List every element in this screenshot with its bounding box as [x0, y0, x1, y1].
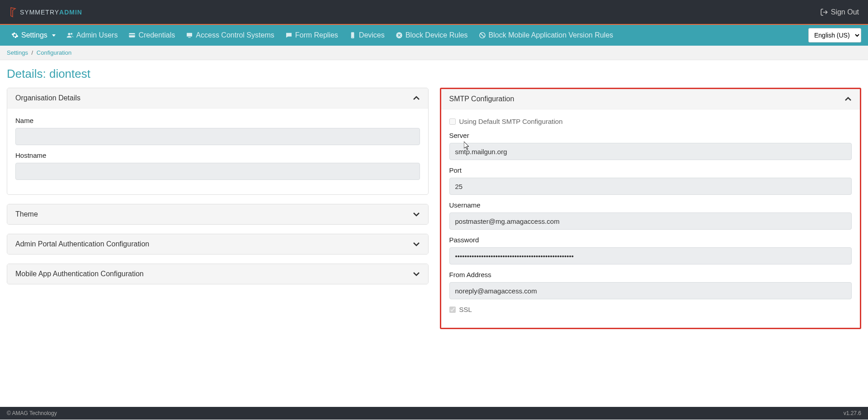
sign-out-label: Sign Out	[831, 8, 859, 16]
nav-block-device-rules[interactable]: Block Device Rules	[391, 27, 472, 44]
language-select[interactable]: English (US)	[808, 28, 861, 42]
label-name: Name	[15, 117, 420, 124]
chevron-down-icon	[413, 242, 420, 246]
columns: Organisation Details Name Hostname	[7, 88, 861, 329]
label-use-default-smtp: Using Default SMTP Configuration	[459, 118, 563, 125]
panel-header-smtp[interactable]: SMTP Configuration	[441, 89, 860, 109]
left-column: Organisation Details Name Hostname	[7, 88, 429, 329]
nav-block-device-rules-label: Block Device Rules	[406, 31, 468, 39]
panel-title-theme: Theme	[15, 210, 38, 218]
nav-form-replies[interactable]: Form Replies	[281, 27, 343, 44]
panel-header-mobile-auth[interactable]: Mobile App Authentication Configuration	[7, 264, 428, 284]
input-hostname[interactable]	[15, 163, 420, 180]
label-ssl: SSL	[459, 306, 472, 313]
logo-text-2: ADMIN	[59, 9, 82, 16]
input-name[interactable]	[15, 128, 420, 145]
checkbox-ssl[interactable]	[449, 307, 456, 313]
panel-title-org: Organisation Details	[15, 94, 80, 102]
gear-icon	[11, 32, 19, 39]
panel-title-smtp: SMTP Configuration	[449, 95, 514, 103]
logo-icon	[9, 7, 18, 18]
nav-settings[interactable]: Settings	[7, 27, 60, 44]
breadcrumb-sep: /	[32, 49, 33, 56]
check-use-default-smtp: Using Default SMTP Configuration	[449, 118, 852, 125]
svg-point-2	[71, 33, 72, 35]
nav-block-mobile-rules-label: Block Mobile Application Version Rules	[489, 31, 613, 39]
chevron-down-icon	[413, 212, 420, 217]
mobile-icon	[349, 32, 356, 39]
nav-admin-users-label: Admin Users	[76, 31, 118, 39]
input-port[interactable]	[449, 178, 852, 195]
users-icon	[66, 32, 74, 39]
nav-settings-label: Settings	[21, 31, 47, 39]
panel-header-organisation-details[interactable]: Organisation Details	[7, 88, 428, 109]
input-username[interactable]	[449, 212, 852, 230]
panel-organisation-details: Organisation Details Name Hostname	[7, 88, 429, 195]
label-from-address: From Address	[449, 271, 852, 278]
chevron-down-icon	[413, 272, 420, 276]
svg-rect-5	[187, 33, 192, 37]
right-column: SMTP Configuration Using Default SMTP Co…	[440, 88, 862, 329]
panel-title-admin-auth: Admin Portal Authentication Configuratio…	[15, 240, 149, 248]
panel-theme: Theme	[7, 204, 429, 225]
chevron-up-icon	[413, 96, 420, 100]
svg-line-11	[480, 33, 484, 37]
check-ssl: SSL	[449, 306, 852, 313]
nav-admin-users[interactable]: Admin Users	[62, 27, 123, 44]
nav-bar: Settings Admin Users Credentials Access …	[0, 25, 868, 46]
chevron-up-icon	[844, 97, 852, 101]
nav-left: Settings Admin Users Credentials Access …	[7, 27, 618, 44]
breadcrumb-current: Configuration	[37, 49, 71, 56]
main-content: Details: diontest Organisation Details N…	[0, 60, 868, 336]
nav-credentials[interactable]: Credentials	[124, 27, 179, 44]
label-username: Username	[449, 201, 852, 209]
ban-icon	[479, 32, 486, 39]
panel-admin-auth: Admin Portal Authentication Configuratio…	[7, 234, 429, 255]
panel-title-mobile-auth: Mobile App Authentication Configuration	[15, 270, 144, 278]
nav-devices-label: Devices	[359, 31, 385, 39]
card-icon	[128, 32, 136, 39]
panel-header-theme[interactable]: Theme	[7, 204, 428, 224]
label-server: Server	[449, 132, 852, 139]
nav-access-control[interactable]: Access Control Systems	[181, 27, 278, 44]
page-title: Details: diontest	[7, 67, 861, 81]
checkbox-use-default-smtp[interactable]	[449, 118, 456, 125]
panel-body-org: Name Hostname	[7, 109, 428, 194]
label-hostname: Hostname	[15, 151, 420, 159]
svg-rect-4	[129, 34, 135, 35]
footer-copyright: © AMAG Technology	[7, 410, 57, 416]
label-port: Port	[449, 166, 852, 174]
breadcrumb: Settings / Configuration	[0, 46, 868, 60]
sign-out-icon	[820, 8, 828, 16]
nav-access-control-label: Access Control Systems	[196, 31, 274, 39]
nav-block-mobile-rules[interactable]: Block Mobile Application Version Rules	[474, 27, 618, 44]
x-circle-icon	[396, 32, 403, 39]
comment-icon	[285, 32, 292, 39]
label-password: Password	[449, 236, 852, 244]
logo-text-1: SYMMETRY	[20, 9, 59, 16]
panel-header-admin-auth[interactable]: Admin Portal Authentication Configuratio…	[7, 234, 428, 254]
nav-devices[interactable]: Devices	[344, 27, 389, 44]
footer: © AMAG Technology v1.27.6	[0, 407, 868, 420]
input-password[interactable]	[449, 247, 852, 264]
panel-smtp-configuration: SMTP Configuration Using Default SMTP Co…	[440, 88, 862, 329]
input-from-address[interactable]	[449, 282, 852, 299]
breadcrumb-root[interactable]: Settings	[7, 49, 28, 56]
panel-mobile-auth: Mobile App Authentication Configuration	[7, 264, 429, 284]
nav-form-replies-label: Form Replies	[295, 31, 338, 39]
svg-rect-6	[189, 37, 191, 38]
panel-body-smtp: Using Default SMTP Configuration Server …	[441, 109, 860, 328]
top-bar: SYMMETRYADMIN Sign Out	[0, 0, 868, 25]
main-scroll[interactable]: Details: diontest Organisation Details N…	[0, 60, 868, 407]
nav-credentials-label: Credentials	[138, 31, 175, 39]
input-server[interactable]	[449, 143, 852, 160]
svg-point-1	[68, 33, 70, 35]
brand-logo[interactable]: SYMMETRYADMIN	[9, 7, 82, 18]
footer-version: v1.27.6	[844, 410, 861, 416]
sign-out-button[interactable]: Sign Out	[820, 8, 859, 16]
monitor-icon	[186, 32, 193, 39]
svg-point-8	[352, 37, 353, 38]
